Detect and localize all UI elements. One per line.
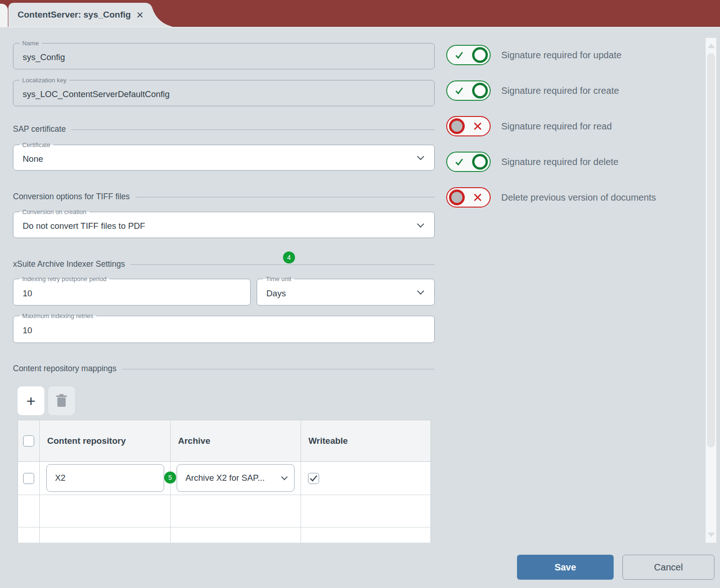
toggle-label: Signature required for update [501, 45, 622, 65]
conversion-on-creation-label: Conversion on creation [19, 208, 89, 216]
name-field-value: sys_Config [23, 52, 65, 62]
previous-tab-edge[interactable] [0, 4, 8, 27]
certificate-label: Certificate [19, 141, 53, 149]
localization-key-value: sys_LOC_ContentServerDefaultConfig [23, 89, 170, 99]
content-repository-mappings-section-header: Content repository mappings [13, 363, 435, 374]
toggle-knob [472, 83, 488, 98]
column-header-writeable: Writeable [301, 420, 431, 461]
x-icon [473, 122, 482, 131]
chevron-down-icon [417, 288, 425, 295]
archive-select[interactable]: Archive X2 for SAP... [177, 464, 295, 492]
delete-mapping-button[interactable] [48, 386, 75, 415]
conversion-on-creation-select[interactable]: Conversion on creation Do not convert TI… [13, 212, 435, 238]
localization-key-field[interactable]: Localization key sys_LOC_ContentServerDe… [13, 80, 435, 106]
tab-title: ContentServer: sys_Config [18, 10, 131, 20]
table-row: X2 Archive X2 for SAP... [18, 462, 431, 495]
time-unit-label: Time unit [263, 275, 294, 283]
content-repository-input[interactable]: X2 [46, 464, 164, 492]
indexer-settings-section-header: xSuite Archive Indexer Settings [13, 258, 435, 270]
maximum-indexing-retries-label: Maximum indexing retries [19, 312, 96, 320]
step-badge-4: 4 [283, 251, 295, 263]
scroll-up-icon[interactable] [708, 43, 715, 48]
check-icon [455, 157, 464, 166]
chevron-down-icon [281, 474, 288, 480]
column-header-content-repository: Content repository [40, 420, 171, 461]
toggle-knob [472, 154, 488, 170]
toggle-signature-required-for-update[interactable] [446, 45, 491, 65]
row-select-checkbox[interactable] [23, 473, 34, 484]
conversion-on-creation-value: Do not convert TIFF files to PDF [23, 221, 145, 231]
toggle-knob [449, 190, 465, 205]
check-icon [455, 86, 464, 95]
chevron-down-icon [417, 220, 425, 227]
certificate-value: None [23, 154, 43, 164]
toggle-signature-required-for-read[interactable] [446, 116, 491, 136]
vertical-scrollbar[interactable] [706, 38, 716, 543]
scrollbar-thumb[interactable] [707, 53, 715, 447]
step-badge-5: 5 [164, 472, 176, 484]
plus-icon: + [26, 393, 36, 409]
table-row-empty [18, 527, 431, 543]
name-field-label: Name [19, 39, 42, 48]
localization-key-label: Localization key [19, 76, 69, 85]
trash-icon [55, 394, 68, 408]
toggle-signature-required-for-create[interactable] [446, 80, 491, 101]
time-unit-select[interactable]: Time unit Days [257, 279, 435, 306]
toggle-label: Signature required for read [501, 116, 612, 136]
chevron-down-icon [417, 153, 425, 160]
indexing-retry-postpone-period-label: Indexing retry postpone period [19, 275, 109, 283]
content-server-config-page: ContentServer: sys_Config × Name sys_Con… [0, 0, 720, 588]
toggle-signature-required-for-delete[interactable] [446, 152, 491, 172]
toggle-label: Delete previous version of documents [501, 187, 656, 208]
column-header-archive: Archive [171, 420, 301, 461]
indexing-retry-postpone-period-field[interactable]: Indexing retry postpone period 10 [13, 279, 251, 306]
time-unit-value: Days [266, 288, 286, 299]
maximum-indexing-retries-field[interactable]: Maximum indexing retries 10 [13, 316, 435, 343]
x-icon [473, 193, 482, 202]
toggle-knob [449, 118, 465, 134]
toggle-label: Signature required for delete [501, 152, 619, 172]
save-button[interactable]: Save [517, 555, 614, 580]
select-all-checkbox[interactable] [23, 435, 34, 447]
certificate-select[interactable]: Certificate None [13, 145, 435, 171]
table-row-empty [18, 495, 431, 527]
tab-close-icon[interactable]: × [136, 9, 143, 21]
toggle-label: Signature required for create [501, 80, 619, 101]
content-repository-mappings-table: Content repository Archive Writeable X2 … [18, 420, 431, 543]
maximum-indexing-retries-value: 10 [23, 325, 32, 336]
scroll-down-icon[interactable] [708, 533, 715, 537]
tab-contentserver-sys-config[interactable]: ContentServer: sys_Config × [8, 3, 173, 27]
indexing-retry-postpone-period-value: 10 [23, 288, 32, 299]
toggle-knob [472, 47, 488, 63]
tiff-options-section-header: Conversion options for TIFF files [13, 191, 435, 202]
table-header-row: Content repository Archive Writeable [18, 420, 431, 462]
sap-certificate-section-header: SAP certificate [13, 123, 435, 135]
writeable-checkbox-checked[interactable] [308, 473, 319, 484]
add-mapping-button[interactable]: + [18, 386, 44, 415]
check-icon [309, 475, 318, 482]
check-icon [455, 50, 464, 60]
name-field[interactable]: Name sys_Config [13, 43, 435, 69]
toggle-delete-previous-version[interactable] [446, 187, 491, 208]
cancel-button[interactable]: Cancel [622, 555, 714, 580]
